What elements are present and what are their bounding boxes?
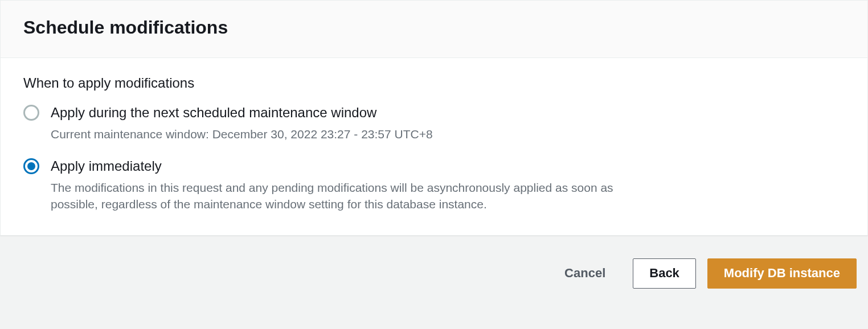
- radio-text-immediate: Apply immediately The modifications in t…: [51, 157, 620, 212]
- button-bar: Cancel Back Modify DB instance: [0, 253, 868, 299]
- back-button[interactable]: Back: [633, 258, 696, 288]
- radio-label-scheduled: Apply during the next scheduled maintena…: [51, 104, 620, 122]
- radio-text-scheduled: Apply during the next scheduled maintena…: [51, 104, 620, 142]
- radio-label-immediate: Apply immediately: [51, 157, 620, 175]
- panel-header: Schedule modifications: [1, 1, 867, 58]
- schedule-modifications-panel: Schedule modifications When to apply mod…: [0, 0, 868, 236]
- field-legend: When to apply modifications: [23, 75, 845, 91]
- radio-circle-scheduled[interactable]: [23, 105, 39, 121]
- radio-desc-immediate: The modifications in this request and an…: [51, 179, 620, 213]
- radio-option-immediate[interactable]: Apply immediately The modifications in t…: [23, 157, 845, 212]
- panel-title: Schedule modifications: [23, 17, 845, 38]
- panel-body: When to apply modifications Apply during…: [1, 58, 867, 235]
- radio-option-scheduled[interactable]: Apply during the next scheduled maintena…: [23, 104, 845, 142]
- radio-circle-immediate[interactable]: [23, 158, 39, 174]
- cancel-button[interactable]: Cancel: [548, 259, 621, 287]
- radio-desc-scheduled: Current maintenance window: December 30,…: [51, 126, 620, 142]
- modify-db-instance-button[interactable]: Modify DB instance: [707, 258, 857, 288]
